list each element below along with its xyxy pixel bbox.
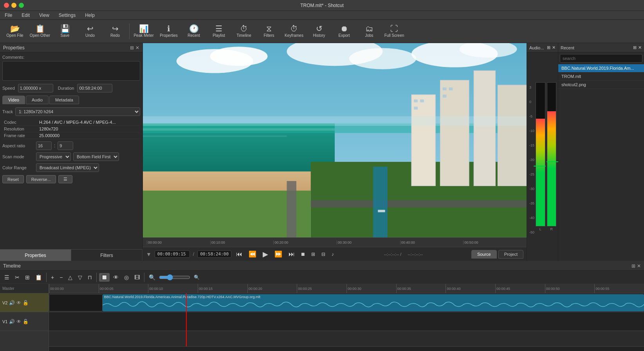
open-file-button[interactable]: 📂 Open File bbox=[3, 21, 27, 42]
properties-button[interactable]: ℹ Properties bbox=[157, 21, 180, 42]
tl-menu-button[interactable]: ☰ bbox=[2, 273, 11, 282]
export-button[interactable]: ⏺ Export bbox=[332, 21, 356, 42]
track-eye-icon[interactable]: 👁 bbox=[16, 300, 21, 306]
grid-button[interactable]: ⊞ bbox=[310, 251, 317, 258]
tl-cut-button[interactable]: ✂ bbox=[13, 273, 22, 282]
search-input[interactable] bbox=[560, 54, 642, 63]
open-other-button[interactable]: 📋 Open Other bbox=[28, 21, 52, 42]
zoom-slider[interactable] bbox=[159, 274, 190, 280]
playhead[interactable] bbox=[186, 293, 187, 346]
menu-help[interactable]: Help bbox=[83, 12, 96, 19]
track-audio-icon[interactable]: 🔊 bbox=[9, 300, 15, 306]
list-item[interactable]: TROM.mlt bbox=[558, 72, 644, 81]
scan-mode-select[interactable]: Progressive bbox=[36, 152, 71, 161]
timeline-title: Timeline bbox=[3, 263, 21, 269]
duration-input[interactable] bbox=[77, 84, 112, 92]
waveform bbox=[103, 299, 644, 311]
peak-meter-button[interactable]: 📊 Peak Meter bbox=[132, 21, 155, 42]
reset-button[interactable]: Reset bbox=[2, 175, 24, 183]
properties-tab[interactable]: Properties bbox=[0, 250, 71, 261]
total-time: 00:58:24:00 bbox=[197, 250, 231, 258]
play-button[interactable]: ▶ bbox=[261, 249, 270, 259]
tl-ripple-markers-button[interactable]: ◎ bbox=[122, 273, 131, 282]
rewind-button[interactable]: ⏪ bbox=[247, 250, 258, 259]
speed-input[interactable] bbox=[18, 84, 53, 92]
timeline-close-icon[interactable]: ✕ bbox=[637, 263, 641, 269]
menu-settings[interactable]: Settings bbox=[57, 12, 77, 19]
tl-zoom-out-button[interactable]: 🔍 bbox=[147, 273, 157, 282]
goto-start-button[interactable]: ⏮ bbox=[235, 250, 244, 259]
svg-rect-24 bbox=[143, 128, 335, 130]
properties-float-icon[interactable]: ⊞ bbox=[130, 45, 134, 51]
tl-zoom-in-button[interactable]: 🔍 bbox=[192, 273, 202, 281]
track-row-V1 bbox=[49, 312, 644, 331]
goto-end-button[interactable]: ⏭ bbox=[287, 250, 296, 259]
tl-split-button[interactable]: ⊓ bbox=[86, 273, 94, 282]
timeline-float-icon[interactable]: ⊞ bbox=[631, 263, 635, 269]
redo-button[interactable]: ↪ Redo bbox=[103, 21, 127, 42]
tl-add-button[interactable]: + bbox=[49, 273, 56, 282]
tl-film-button[interactable]: 🎞 bbox=[132, 273, 142, 282]
source-tab[interactable]: Source bbox=[471, 250, 497, 259]
track-lock-icon-v1[interactable]: 🔓 bbox=[23, 319, 29, 324]
project-tab[interactable]: Project bbox=[498, 250, 523, 259]
list-item[interactable]: shotcut2.png bbox=[558, 81, 644, 89]
color-range-select[interactable]: Broadcast Limited (MPEG) bbox=[36, 163, 99, 172]
maximize-button[interactable] bbox=[19, 3, 24, 8]
undo-button[interactable]: ↩ Undo bbox=[78, 21, 102, 42]
tab-metadata[interactable]: Metadata bbox=[49, 96, 79, 104]
fast-forward-button[interactable]: ⏩ bbox=[273, 250, 284, 259]
horizontal-scrollbar[interactable] bbox=[49, 346, 644, 351]
aspect-h-input[interactable] bbox=[58, 141, 73, 150]
ruler-mark: 00:00:30 bbox=[346, 284, 396, 293]
tab-video[interactable]: Video bbox=[2, 96, 25, 104]
jobs-button[interactable]: 🗂 Jobs bbox=[357, 21, 381, 42]
keyframes-button[interactable]: ⏱ Keyframes bbox=[282, 21, 306, 42]
properties-close-icon[interactable]: ✕ bbox=[135, 45, 139, 51]
audio-button[interactable]: ♪ bbox=[330, 251, 336, 258]
minimize-button[interactable] bbox=[11, 3, 16, 8]
tab-audio[interactable]: Audio bbox=[26, 96, 49, 104]
menu-button[interactable]: ☰ bbox=[58, 175, 72, 183]
reverse-button[interactable]: Reverse... bbox=[26, 175, 56, 183]
audio-float-icon[interactable]: ⊞ bbox=[547, 45, 550, 50]
track-audio-icon-v1[interactable]: 🔊 bbox=[9, 319, 15, 324]
properties-title: Properties bbox=[3, 45, 25, 51]
full-screen-button[interactable]: ⛶ Full Screen bbox=[382, 21, 406, 42]
field-order-select[interactable]: Bottom Field First bbox=[73, 152, 119, 161]
clip-black[interactable] bbox=[49, 294, 103, 311]
menu-view[interactable]: View bbox=[38, 12, 51, 19]
timeline-button[interactable]: ⏱ Timeline bbox=[232, 21, 256, 42]
recent-float-icon[interactable]: ⊞ bbox=[633, 45, 637, 50]
tl-overwrite-button[interactable]: ▽ bbox=[76, 273, 84, 282]
tl-remove-button[interactable]: − bbox=[58, 273, 65, 282]
history-button[interactable]: ↺ History bbox=[307, 21, 331, 42]
stop-button[interactable]: ■ bbox=[299, 250, 307, 259]
tl-ripple-button[interactable]: 👁 bbox=[111, 273, 121, 282]
track-lock-icon[interactable]: 🔓 bbox=[23, 300, 29, 306]
tl-lift-button[interactable]: △ bbox=[66, 273, 74, 282]
save-button[interactable]: 💾 Save bbox=[53, 21, 77, 42]
clip-BBC[interactable]: BBC.Natural.World.2019.Florida.Americas.… bbox=[103, 294, 644, 311]
aspect-w-input[interactable] bbox=[36, 141, 52, 150]
track-eye-icon-v1[interactable]: 👁 bbox=[16, 319, 21, 324]
playlist-button[interactable]: ☰ Playlist bbox=[207, 21, 231, 42]
recent-button[interactable]: 🕐 Recent bbox=[182, 21, 206, 42]
close-button[interactable] bbox=[4, 3, 9, 8]
tl-snap-button[interactable]: 🔲 bbox=[99, 273, 110, 282]
filters-button[interactable]: ⧖ Filters bbox=[257, 21, 281, 42]
menu-file[interactable]: File bbox=[3, 12, 14, 19]
comments-box[interactable] bbox=[2, 61, 140, 81]
timeline-header-controls: ⊞ ✕ bbox=[631, 263, 641, 269]
tl-copy-button[interactable]: ⊞ bbox=[23, 273, 32, 282]
filters-tab[interactable]: Filters bbox=[71, 250, 143, 261]
list-item[interactable]: BBC.Natural.World.2019.Florida.Am... bbox=[558, 64, 644, 72]
grid2-button[interactable]: ⊟ bbox=[320, 251, 327, 258]
recent-close-icon[interactable]: ✕ bbox=[638, 45, 642, 50]
audio-close-icon[interactable]: ✕ bbox=[552, 45, 556, 50]
menu-edit[interactable]: Edit bbox=[20, 12, 31, 19]
track-select[interactable]: 1: 1280x720 h264 bbox=[15, 107, 140, 116]
tl-paste-button[interactable]: 📋 bbox=[33, 273, 44, 282]
current-time-input[interactable] bbox=[155, 250, 190, 258]
speed-row: Speed Duration bbox=[2, 84, 140, 92]
